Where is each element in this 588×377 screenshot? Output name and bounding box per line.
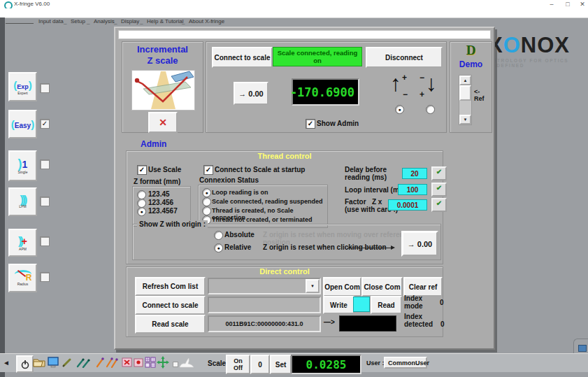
menu-separator: _: [140, 18, 143, 24]
sidebar-button-easy[interactable]: (Easy): [8, 110, 37, 138]
disconnect-button[interactable]: Disconnect: [366, 47, 443, 68]
refresh-com-list-button[interactable]: Refresh Com list: [135, 277, 206, 296]
menu-about[interactable]: About X-fringe: [189, 18, 224, 24]
index-mode-value: 0: [440, 299, 444, 306]
write-value-field[interactable]: [353, 297, 370, 312]
power-icon: [20, 360, 30, 369]
loop-apply-button[interactable]: ✔: [431, 183, 447, 197]
user-field[interactable]: CommonUser: [384, 357, 427, 369]
delay-apply-button[interactable]: ✔: [431, 166, 447, 180]
sidebar-button-apm[interactable]: ))+ APM: [8, 229, 37, 257]
scrollbar-thumb[interactable]: [459, 85, 471, 101]
dialog-titlebar: [118, 30, 491, 39]
relative-label: Relative: [224, 243, 251, 251]
scale-on-off-button[interactable]: OnOff: [226, 355, 250, 374]
green-darts-icon[interactable]: [76, 355, 94, 369]
com-port-dropdown[interactable]: ▼: [208, 278, 321, 294]
menu-help-tutorial[interactable]: Help & Tutorial: [147, 18, 183, 24]
demo-scrollbar[interactable]: ▲ ▼: [459, 75, 472, 125]
maximize-button[interactable]: □: [562, 0, 573, 8]
marker-icon[interactable]: [173, 362, 178, 367]
move-arrows-icon[interactable]: [156, 355, 170, 369]
monitor-icon[interactable]: [46, 355, 60, 369]
thread-control-group: Thread control ✓ Use Scale ✓ Connect to …: [126, 150, 443, 264]
connect-at-startup-checkbox[interactable]: ✓: [203, 165, 213, 175]
single-checkbox[interactable]: [40, 159, 50, 169]
scroll-down-button[interactable]: ▼: [459, 115, 471, 125]
ref-label: <- Ref: [474, 88, 485, 102]
rabbit-icon[interactable]: [178, 355, 195, 369]
bottom-toolbar: ◄: [0, 353, 588, 372]
open-folder-icon[interactable]: [32, 355, 46, 369]
sidebar-caption: APM: [19, 248, 27, 251]
clear-ref-button[interactable]: Clear ref: [403, 277, 443, 297]
sidebar-button-radius[interactable]: R Radius: [8, 264, 37, 292]
menu-separator: _: [87, 18, 89, 24]
scale-set-button[interactable]: Set: [270, 355, 292, 374]
scroll-up-button[interactable]: ▲: [459, 76, 471, 85]
direct-control-title: Direct control: [127, 267, 443, 276]
radius-checkbox[interactable]: [40, 272, 50, 282]
show-admin-checkbox[interactable]: ✓: [306, 119, 315, 129]
factor-apply-button[interactable]: ✔: [431, 198, 447, 212]
z-format-radio-1234567[interactable]: ●: [137, 207, 146, 216]
orange-dart-icon[interactable]: [95, 355, 105, 369]
apm-checkbox[interactable]: [40, 236, 50, 246]
orange-darts-icon[interactable]: [105, 355, 120, 369]
sidebar-button-lpm[interactable]: ))) LPM: [8, 187, 37, 216]
thread-control-title: Thread control: [127, 152, 443, 160]
window-titlebar: X-fringe V6.00 – □ ✕: [0, 0, 588, 8]
absolute-radio[interactable]: [214, 231, 223, 240]
panel-close-button[interactable]: ✕: [148, 112, 178, 133]
grid-icon[interactable]: [143, 355, 157, 369]
close-button[interactable]: ✕: [577, 0, 588, 8]
scale-raw-output-field: 0011B91C:00000000:431.0: [208, 315, 321, 332]
sidebar-button-single[interactable]: )1 Single: [8, 150, 37, 181]
direction-down-radio[interactable]: [426, 105, 435, 114]
use-scale-checkbox[interactable]: ✓: [137, 165, 147, 175]
power-button[interactable]: [16, 355, 34, 373]
scale-zero-button[interactable]: 0: [250, 355, 270, 374]
expert-checkbox[interactable]: [40, 83, 50, 93]
reset-zero-button[interactable]: → 0.00: [234, 82, 268, 105]
read-scale-button[interactable]: Read scale: [135, 315, 206, 334]
easy-checkbox[interactable]: ✓: [40, 119, 50, 129]
triple-lens-icon: ))): [20, 195, 26, 205]
optics-diagram-image: [131, 70, 195, 111]
loop-interval-label: Loop interval (ms): [345, 186, 406, 194]
command-input-field[interactable]: [208, 297, 321, 313]
status-thread-created-radio[interactable]: [202, 206, 211, 215]
pencil-icon[interactable]: [60, 355, 74, 369]
status-suspended-radio[interactable]: [202, 197, 211, 206]
menu-analysis[interactable]: Analysis: [94, 18, 115, 24]
relative-zero-button[interactable]: → 0.00: [401, 231, 438, 257]
status-loop-on-radio[interactable]: ●: [202, 188, 211, 197]
minimize-button[interactable]: –: [546, 0, 557, 8]
read-button[interactable]: Read: [371, 296, 402, 314]
menu-display[interactable]: Display: [121, 18, 139, 24]
connexion-status-group: ● Loop reading is on Scale connected, re…: [198, 185, 328, 228]
admin-section-label: Admin: [141, 139, 166, 149]
index-detected-value: 0: [440, 320, 445, 328]
menu-setup[interactable]: Setup: [71, 18, 85, 24]
relative-radio[interactable]: ●: [214, 243, 223, 252]
show-z-origin-group: Show Z with origin : Absolute Z origin i…: [132, 224, 441, 260]
direction-up-radio[interactable]: ●: [395, 105, 404, 114]
connect-to-scale-button[interactable]: Connect to scale: [212, 47, 273, 68]
collapse-toolbar-arrow[interactable]: ◄: [3, 359, 10, 367]
factor-field[interactable]: 0.0001: [388, 199, 427, 211]
delay-field[interactable]: 20: [402, 168, 427, 179]
direct-connect-to-scale-button[interactable]: Connect to scale: [135, 296, 206, 315]
close-com-button[interactable]: Close Com: [361, 277, 403, 297]
menu-input-data[interactable]: Input data: [38, 18, 64, 24]
panel-title-line2: Z scale: [122, 55, 203, 66]
xonox-logo-text: XONOX: [488, 33, 586, 58]
dropdown-arrow-icon[interactable]: ▼: [306, 279, 320, 293]
menu-separator: _: [64, 18, 66, 24]
open-com-button[interactable]: Open Com: [323, 277, 361, 297]
xonox-tagline: METROLOGY FOR OPTICS REDEFINED: [488, 58, 586, 68]
write-button[interactable]: Write: [323, 296, 354, 314]
lpm-checkbox[interactable]: [40, 197, 50, 206]
loop-interval-field[interactable]: 100: [398, 184, 427, 195]
sidebar-button-expert[interactable]: (Exp) Expert: [8, 72, 37, 101]
